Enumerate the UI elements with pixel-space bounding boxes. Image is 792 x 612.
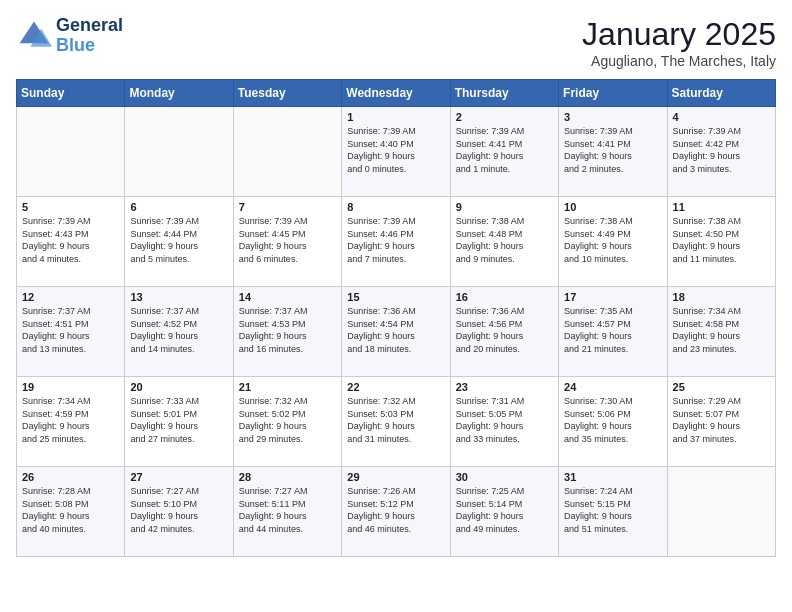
calendar-subtitle: Agugliano, The Marches, Italy xyxy=(582,53,776,69)
calendar-cell: 26Sunrise: 7:28 AM Sunset: 5:08 PM Dayli… xyxy=(17,467,125,557)
calendar-week-row: 1Sunrise: 7:39 AM Sunset: 4:40 PM Daylig… xyxy=(17,107,776,197)
calendar-cell: 14Sunrise: 7:37 AM Sunset: 4:53 PM Dayli… xyxy=(233,287,341,377)
day-number: 24 xyxy=(564,381,661,393)
day-header-monday: Monday xyxy=(125,80,233,107)
day-header-thursday: Thursday xyxy=(450,80,558,107)
day-header-saturday: Saturday xyxy=(667,80,775,107)
day-info: Sunrise: 7:38 AM Sunset: 4:48 PM Dayligh… xyxy=(456,215,553,265)
calendar-header-row: SundayMondayTuesdayWednesdayThursdayFrid… xyxy=(17,80,776,107)
day-info: Sunrise: 7:39 AM Sunset: 4:41 PM Dayligh… xyxy=(564,125,661,175)
day-header-friday: Friday xyxy=(559,80,667,107)
logo: GeneralBlue xyxy=(16,16,123,56)
day-number: 30 xyxy=(456,471,553,483)
day-info: Sunrise: 7:37 AM Sunset: 4:53 PM Dayligh… xyxy=(239,305,336,355)
day-number: 6 xyxy=(130,201,227,213)
calendar-cell: 27Sunrise: 7:27 AM Sunset: 5:10 PM Dayli… xyxy=(125,467,233,557)
calendar-week-row: 5Sunrise: 7:39 AM Sunset: 4:43 PM Daylig… xyxy=(17,197,776,287)
calendar-cell: 8Sunrise: 7:39 AM Sunset: 4:46 PM Daylig… xyxy=(342,197,450,287)
day-number: 17 xyxy=(564,291,661,303)
day-number: 11 xyxy=(673,201,770,213)
calendar-cell: 20Sunrise: 7:33 AM Sunset: 5:01 PM Dayli… xyxy=(125,377,233,467)
calendar-title: January 2025 xyxy=(582,16,776,53)
day-number: 8 xyxy=(347,201,444,213)
calendar-cell: 16Sunrise: 7:36 AM Sunset: 4:56 PM Dayli… xyxy=(450,287,558,377)
calendar-cell: 29Sunrise: 7:26 AM Sunset: 5:12 PM Dayli… xyxy=(342,467,450,557)
day-info: Sunrise: 7:37 AM Sunset: 4:51 PM Dayligh… xyxy=(22,305,119,355)
day-number: 25 xyxy=(673,381,770,393)
calendar-cell: 2Sunrise: 7:39 AM Sunset: 4:41 PM Daylig… xyxy=(450,107,558,197)
day-number: 9 xyxy=(456,201,553,213)
day-info: Sunrise: 7:29 AM Sunset: 5:07 PM Dayligh… xyxy=(673,395,770,445)
day-info: Sunrise: 7:30 AM Sunset: 5:06 PM Dayligh… xyxy=(564,395,661,445)
day-number: 15 xyxy=(347,291,444,303)
calendar-cell: 22Sunrise: 7:32 AM Sunset: 5:03 PM Dayli… xyxy=(342,377,450,467)
calendar-cell: 15Sunrise: 7:36 AM Sunset: 4:54 PM Dayli… xyxy=(342,287,450,377)
day-info: Sunrise: 7:33 AM Sunset: 5:01 PM Dayligh… xyxy=(130,395,227,445)
day-info: Sunrise: 7:39 AM Sunset: 4:44 PM Dayligh… xyxy=(130,215,227,265)
day-info: Sunrise: 7:25 AM Sunset: 5:14 PM Dayligh… xyxy=(456,485,553,535)
day-info: Sunrise: 7:38 AM Sunset: 4:50 PM Dayligh… xyxy=(673,215,770,265)
calendar-cell: 6Sunrise: 7:39 AM Sunset: 4:44 PM Daylig… xyxy=(125,197,233,287)
calendar-cell: 28Sunrise: 7:27 AM Sunset: 5:11 PM Dayli… xyxy=(233,467,341,557)
calendar-cell xyxy=(233,107,341,197)
calendar-week-row: 26Sunrise: 7:28 AM Sunset: 5:08 PM Dayli… xyxy=(17,467,776,557)
day-number: 27 xyxy=(130,471,227,483)
calendar-cell: 10Sunrise: 7:38 AM Sunset: 4:49 PM Dayli… xyxy=(559,197,667,287)
day-number: 2 xyxy=(456,111,553,123)
calendar-cell: 12Sunrise: 7:37 AM Sunset: 4:51 PM Dayli… xyxy=(17,287,125,377)
day-number: 5 xyxy=(22,201,119,213)
day-number: 3 xyxy=(564,111,661,123)
day-number: 1 xyxy=(347,111,444,123)
calendar-cell: 3Sunrise: 7:39 AM Sunset: 4:41 PM Daylig… xyxy=(559,107,667,197)
day-number: 13 xyxy=(130,291,227,303)
day-info: Sunrise: 7:36 AM Sunset: 4:54 PM Dayligh… xyxy=(347,305,444,355)
calendar-cell: 7Sunrise: 7:39 AM Sunset: 4:45 PM Daylig… xyxy=(233,197,341,287)
day-number: 18 xyxy=(673,291,770,303)
day-info: Sunrise: 7:39 AM Sunset: 4:45 PM Dayligh… xyxy=(239,215,336,265)
calendar-cell: 30Sunrise: 7:25 AM Sunset: 5:14 PM Dayli… xyxy=(450,467,558,557)
title-block: January 2025 Agugliano, The Marches, Ita… xyxy=(582,16,776,69)
day-number: 23 xyxy=(456,381,553,393)
day-number: 19 xyxy=(22,381,119,393)
day-info: Sunrise: 7:37 AM Sunset: 4:52 PM Dayligh… xyxy=(130,305,227,355)
day-info: Sunrise: 7:31 AM Sunset: 5:05 PM Dayligh… xyxy=(456,395,553,445)
calendar-cell: 25Sunrise: 7:29 AM Sunset: 5:07 PM Dayli… xyxy=(667,377,775,467)
calendar-cell xyxy=(17,107,125,197)
calendar-cell: 19Sunrise: 7:34 AM Sunset: 4:59 PM Dayli… xyxy=(17,377,125,467)
day-info: Sunrise: 7:39 AM Sunset: 4:41 PM Dayligh… xyxy=(456,125,553,175)
day-number: 14 xyxy=(239,291,336,303)
day-number: 16 xyxy=(456,291,553,303)
day-info: Sunrise: 7:39 AM Sunset: 4:43 PM Dayligh… xyxy=(22,215,119,265)
day-info: Sunrise: 7:32 AM Sunset: 5:03 PM Dayligh… xyxy=(347,395,444,445)
day-number: 10 xyxy=(564,201,661,213)
calendar-cell: 5Sunrise: 7:39 AM Sunset: 4:43 PM Daylig… xyxy=(17,197,125,287)
day-header-tuesday: Tuesday xyxy=(233,80,341,107)
calendar-cell: 21Sunrise: 7:32 AM Sunset: 5:02 PM Dayli… xyxy=(233,377,341,467)
calendar-week-row: 12Sunrise: 7:37 AM Sunset: 4:51 PM Dayli… xyxy=(17,287,776,377)
day-number: 20 xyxy=(130,381,227,393)
calendar-cell: 9Sunrise: 7:38 AM Sunset: 4:48 PM Daylig… xyxy=(450,197,558,287)
day-info: Sunrise: 7:28 AM Sunset: 5:08 PM Dayligh… xyxy=(22,485,119,535)
day-number: 28 xyxy=(239,471,336,483)
day-info: Sunrise: 7:27 AM Sunset: 5:10 PM Dayligh… xyxy=(130,485,227,535)
day-number: 29 xyxy=(347,471,444,483)
calendar-cell: 31Sunrise: 7:24 AM Sunset: 5:15 PM Dayli… xyxy=(559,467,667,557)
day-info: Sunrise: 7:27 AM Sunset: 5:11 PM Dayligh… xyxy=(239,485,336,535)
day-info: Sunrise: 7:39 AM Sunset: 4:46 PM Dayligh… xyxy=(347,215,444,265)
calendar-body: 1Sunrise: 7:39 AM Sunset: 4:40 PM Daylig… xyxy=(17,107,776,557)
calendar-cell: 11Sunrise: 7:38 AM Sunset: 4:50 PM Dayli… xyxy=(667,197,775,287)
day-number: 7 xyxy=(239,201,336,213)
logo-icon xyxy=(16,18,52,54)
day-number: 26 xyxy=(22,471,119,483)
day-header-sunday: Sunday xyxy=(17,80,125,107)
calendar-week-row: 19Sunrise: 7:34 AM Sunset: 4:59 PM Dayli… xyxy=(17,377,776,467)
day-info: Sunrise: 7:32 AM Sunset: 5:02 PM Dayligh… xyxy=(239,395,336,445)
day-info: Sunrise: 7:34 AM Sunset: 4:59 PM Dayligh… xyxy=(22,395,119,445)
day-number: 4 xyxy=(673,111,770,123)
day-number: 31 xyxy=(564,471,661,483)
day-info: Sunrise: 7:39 AM Sunset: 4:42 PM Dayligh… xyxy=(673,125,770,175)
calendar-cell xyxy=(125,107,233,197)
calendar-cell: 4Sunrise: 7:39 AM Sunset: 4:42 PM Daylig… xyxy=(667,107,775,197)
day-number: 22 xyxy=(347,381,444,393)
day-number: 12 xyxy=(22,291,119,303)
